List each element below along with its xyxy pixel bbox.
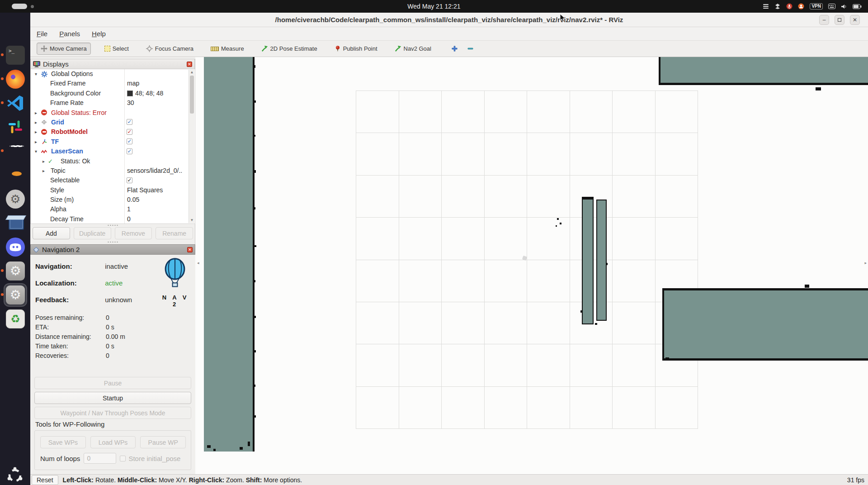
tree-row-background-color[interactable]: Background Color 48; 48; 48: [31, 89, 195, 98]
tree-row-decay-time[interactable]: Decay Time 0: [31, 214, 195, 224]
dock-vscode[interactable]: [5, 92, 26, 114]
tree-row-style[interactable]: Style Flat Squares: [31, 185, 195, 195]
splitter-handle[interactable]: [107, 241, 119, 243]
tree-row-frame-rate[interactable]: Frame Rate 30: [31, 98, 195, 108]
dock-slack[interactable]: [5, 116, 26, 138]
keyboard-icon[interactable]: [828, 4, 835, 9]
expand-arrow-icon[interactable]: ▸: [35, 108, 37, 118]
expand-arrow-icon[interactable]: ▸: [42, 166, 45, 176]
tree-row-robot-model[interactable]: ▸ RobotModel ✓: [31, 127, 195, 137]
tool-nav2-goal[interactable]: Nav2 Goal: [391, 43, 435, 54]
tool-2d-pose-estimate[interactable]: 2D Pose Estimate: [258, 43, 321, 54]
waypoint-mode-button[interactable]: Waypoint / Nav Through Poses Mode: [34, 407, 191, 419]
fixed-frame-value[interactable]: map: [127, 79, 139, 88]
dock-discord[interactable]: [5, 236, 26, 258]
tree-row-status-ok[interactable]: ▸ ✓ Status: Ok: [31, 157, 195, 166]
rename-button[interactable]: Rename: [156, 227, 193, 239]
volume-icon[interactable]: [841, 4, 847, 10]
dock-boxes[interactable]: [5, 212, 26, 234]
style-value[interactable]: Flat Squares: [127, 185, 163, 195]
expand-arrow-icon[interactable]: ▸: [35, 137, 37, 147]
store-initial-pose[interactable]: Store initial_pose: [120, 455, 180, 462]
load-wps-button[interactable]: Load WPs: [90, 436, 136, 448]
alpha-value[interactable]: 1: [127, 204, 131, 214]
dock-terminal[interactable]: >_: [5, 44, 26, 66]
tree-scrollbar[interactable]: ▲ ▼: [189, 70, 194, 223]
decay-time-value[interactable]: 0: [127, 214, 131, 224]
menu-file[interactable]: File: [37, 30, 47, 38]
battery-icon[interactable]: [853, 4, 862, 9]
tree-row-grid[interactable]: ▸ Grid ✓: [31, 118, 195, 127]
duplicate-button[interactable]: Duplicate: [74, 227, 111, 239]
panel-collapse-right-icon[interactable]: ▸: [864, 261, 867, 265]
collapse-arrow-icon[interactable]: ▾: [35, 147, 37, 156]
headset-icon[interactable]: [798, 3, 804, 10]
close-button[interactable]: ✕: [850, 15, 860, 25]
maximize-button[interactable]: [835, 15, 844, 25]
collapse-arrow-icon[interactable]: ▾: [35, 69, 37, 79]
dock-system-settings[interactable]: ⚙: [5, 188, 26, 210]
splitter-handle[interactable]: [107, 224, 119, 226]
frame-rate-value[interactable]: 30: [127, 98, 134, 108]
checkbox-unchecked-icon[interactable]: [120, 456, 126, 461]
expand-arrow-icon[interactable]: ▸: [42, 157, 45, 166]
scroll-down-icon[interactable]: ▼: [189, 218, 195, 223]
close-panel-icon[interactable]: ✕: [187, 247, 193, 252]
panel-collapse-left-icon[interactable]: ◂: [197, 261, 199, 265]
tool-select[interactable]: Select: [101, 43, 132, 54]
tf-checkbox[interactable]: ✓: [127, 138, 132, 144]
dock-files[interactable]: [5, 20, 26, 42]
remove-button[interactable]: Remove: [115, 227, 152, 239]
menu-panels[interactable]: Panels: [59, 30, 80, 38]
dock-rhythmbox[interactable]: [5, 164, 26, 186]
dock-rviz-active[interactable]: ⚙: [5, 284, 26, 306]
tree-row-selectable[interactable]: Selectable ✓: [31, 176, 195, 185]
tool-publish-point[interactable]: Publish Point: [331, 43, 381, 54]
tree-row-size[interactable]: Size (m) 0.05: [31, 195, 195, 204]
window-titlebar[interactable]: /home/civerachb/Code/clearpath_common_ws…: [30, 13, 868, 27]
pause-wp-button[interactable]: Pause WP: [140, 436, 186, 448]
save-wps-button[interactable]: Save WPs: [40, 436, 86, 448]
rviz-3d-viewport[interactable]: ◂ ▸: [195, 57, 868, 474]
minimize-button[interactable]: –: [819, 15, 829, 25]
dock-gear-app[interactable]: ⚙: [5, 260, 26, 282]
reset-button[interactable]: Reset: [32, 475, 58, 485]
dock-show-apps[interactable]: [5, 465, 26, 485]
scroll-up-icon[interactable]: ▲: [189, 70, 195, 75]
laser-scan-checkbox[interactable]: ✓: [127, 148, 132, 154]
dropbox-icon[interactable]: [774, 3, 781, 10]
add-tool-button[interactable]: [451, 45, 458, 52]
num-loops-input[interactable]: [84, 453, 116, 464]
close-panel-icon[interactable]: ✕: [187, 62, 192, 67]
tree-row-tf[interactable]: ▸ TF ✓: [31, 137, 195, 147]
tool-focus-camera[interactable]: Focus Camera: [142, 43, 197, 54]
selectable-checkbox[interactable]: ✓: [127, 177, 132, 183]
background-color-value[interactable]: 48; 48; 48: [127, 89, 163, 98]
system-clock[interactable]: Wed May 21 12:21: [0, 0, 868, 13]
add-button[interactable]: Add: [33, 227, 70, 239]
size-value[interactable]: 0.05: [127, 195, 139, 204]
robot-model-checkbox[interactable]: ✓: [127, 129, 132, 135]
dock-firefox[interactable]: [5, 68, 26, 90]
scrollbar-thumb[interactable]: [190, 76, 194, 114]
tree-row-global-status[interactable]: ▸ Global Status: Error: [31, 108, 195, 118]
tool-move-camera[interactable]: Move Camera: [37, 43, 91, 55]
topic-value[interactable]: sensors/lidar2d_0/..: [127, 166, 182, 176]
tree-row-laser-scan[interactable]: ▾ LaserScan ✓: [31, 147, 195, 156]
dock-signal[interactable]: [5, 140, 26, 162]
dock-backups[interactable]: ♻: [5, 308, 26, 330]
remove-tool-button[interactable]: [467, 45, 474, 52]
expand-arrow-icon[interactable]: ▸: [35, 118, 37, 127]
menu-help[interactable]: Help: [92, 30, 106, 38]
tree-row-alpha[interactable]: Alpha 1: [31, 204, 195, 214]
tool-measure[interactable]: Measure: [207, 43, 248, 54]
grid-checkbox[interactable]: ✓: [127, 119, 132, 125]
startup-button[interactable]: Startup: [34, 392, 191, 404]
tree-row-global-options[interactable]: ▾ Global Options: [31, 69, 195, 79]
vpn-indicator[interactable]: VPN: [810, 3, 823, 10]
tree-row-fixed-frame[interactable]: Fixed Frame map: [31, 79, 195, 88]
microphone-icon[interactable]: [786, 3, 793, 10]
tree-row-topic[interactable]: ▸ Topic sensors/lidar2d_0/..: [31, 166, 195, 176]
pause-button[interactable]: Pause: [34, 377, 191, 389]
expand-arrow-icon[interactable]: ▸: [35, 127, 37, 137]
